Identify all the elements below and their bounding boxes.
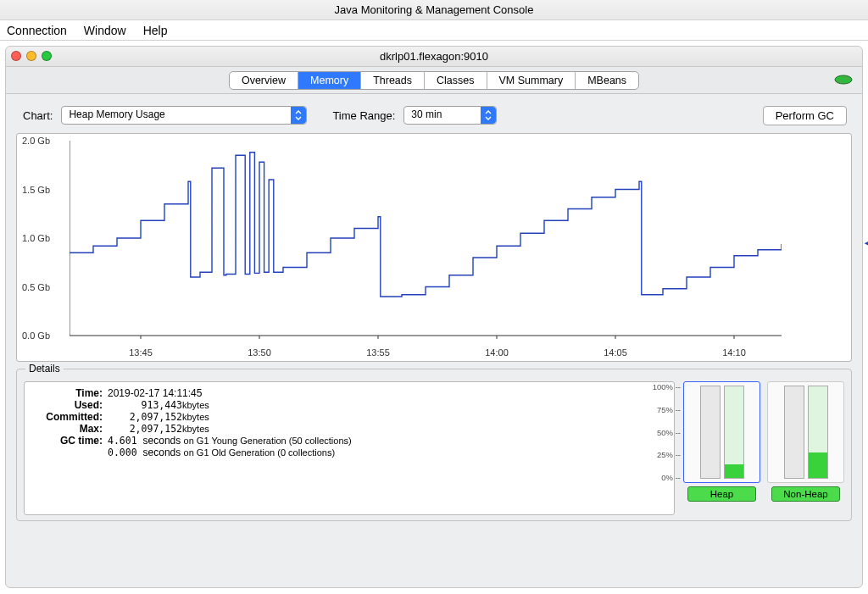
app-titlebar: Java Monitoring & Management Console [0,0,868,20]
chevron-updown-icon [481,107,496,124]
menu-window[interactable]: Window [84,24,126,37]
chart-select[interactable]: Heap Memory Usage [61,106,307,125]
menu-help[interactable]: Help [143,24,168,37]
document-title: dkrlp01.flexagon:9010 [380,50,488,63]
details-text: Time:2019-02-17 14:11:45 Used:913,443 kb… [24,381,675,515]
chevron-updown-icon [291,107,306,124]
tab-overview[interactable]: Overview [230,72,298,89]
app-title: Java Monitoring & Management Console [335,3,534,16]
heap-button[interactable]: Heap [687,486,757,502]
memory-chart: 2.0 Gb1.5 Gb1.0 Gb0.5 Gb0.0 Gb 13:4513:5… [16,133,852,362]
tab-mbeans[interactable]: MBeans [576,72,638,89]
chart-select-label: Chart: [23,109,53,122]
nonheap-bar-group[interactable]: Non-Heap [767,381,844,515]
close-icon[interactable] [11,51,21,61]
tabbar: Overview Memory Threads Classes VM Summa… [6,67,862,94]
time-range-label: Time Range: [332,109,395,122]
chart-controls: Chart: Heap Memory Usage Time Range: 30 … [16,101,852,130]
document-window: dkrlp01.flexagon:9010 Overview Memory Th… [5,46,863,588]
time-range-select[interactable]: 30 min [403,106,497,125]
details-panel: Details Time:2019-02-17 14:11:45 Used:91… [16,369,852,521]
chart-canvas [70,141,782,344]
nonheap-button[interactable]: Non-Heap [771,486,841,502]
tab-threads[interactable]: Threads [361,72,425,89]
minimize-icon[interactable] [26,51,36,61]
window-controls [11,51,52,61]
heap-bar-group[interactable]: 100% --75% --50% --25% --0% -- Heap [683,381,760,515]
tab-vm-summary[interactable]: VM Summary [487,72,576,89]
series-annotation: ◄ Used 936,414,208 [863,238,868,257]
tab-memory[interactable]: Memory [298,72,361,89]
memory-bars: 100% --75% --50% --25% --0% -- Heap Non-… [683,381,844,515]
document-titlebar: dkrlp01.flexagon:9010 [6,47,862,67]
zoom-icon[interactable] [42,51,52,61]
menubar: Connection Window Help [0,20,868,41]
tab-classes[interactable]: Classes [425,72,487,89]
details-legend: Details [25,363,64,375]
perform-gc-button[interactable]: Perform GC [763,106,847,125]
connection-status-icon [833,72,854,87]
menu-connection[interactable]: Connection [7,24,67,37]
